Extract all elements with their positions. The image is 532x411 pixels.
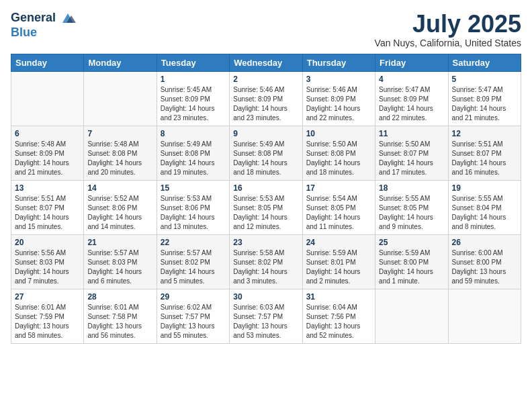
day-info: Sunrise: 5:54 AM Sunset: 8:05 PM Dayligh… xyxy=(306,194,371,232)
day-info: Sunrise: 5:47 AM Sunset: 8:09 PM Dayligh… xyxy=(452,85,517,123)
day-info: Sunrise: 5:57 AM Sunset: 8:02 PM Dayligh… xyxy=(161,248,226,286)
page-subtitle: Van Nuys, California, United States xyxy=(375,38,521,48)
day-info: Sunrise: 5:53 AM Sunset: 8:05 PM Dayligh… xyxy=(233,194,298,232)
day-number: 24 xyxy=(306,238,371,247)
day-number: 16 xyxy=(233,183,298,193)
logo-icon xyxy=(60,12,76,26)
day-number: 13 xyxy=(15,183,80,193)
day-info: Sunrise: 6:01 AM Sunset: 7:58 PM Dayligh… xyxy=(87,303,152,340)
day-info: Sunrise: 5:46 AM Sunset: 8:09 PM Dayligh… xyxy=(233,85,298,123)
page-header: General Blue July 2025 Van Nuys, Califor… xyxy=(11,11,521,48)
day-info: Sunrise: 6:03 AM Sunset: 7:57 PM Dayligh… xyxy=(233,303,298,340)
calendar-cell xyxy=(375,289,448,343)
calendar-cell: 21Sunrise: 5:57 AM Sunset: 8:03 PM Dayli… xyxy=(84,234,157,289)
day-number: 12 xyxy=(452,129,517,138)
day-info: Sunrise: 5:55 AM Sunset: 8:04 PM Dayligh… xyxy=(452,194,517,232)
day-number: 21 xyxy=(87,238,152,247)
calendar-week-3: 13Sunrise: 5:51 AM Sunset: 8:07 PM Dayli… xyxy=(11,180,521,234)
day-number: 31 xyxy=(306,292,371,302)
calendar-cell: 26Sunrise: 6:00 AM Sunset: 8:00 PM Dayli… xyxy=(448,234,521,289)
logo-text-blue: Blue xyxy=(11,26,37,40)
calendar-cell: 14Sunrise: 5:52 AM Sunset: 8:06 PM Dayli… xyxy=(84,180,157,234)
weekday-header-wednesday: Wednesday xyxy=(230,54,302,71)
day-number: 22 xyxy=(161,238,226,247)
day-info: Sunrise: 5:45 AM Sunset: 8:09 PM Dayligh… xyxy=(161,85,226,123)
day-info: Sunrise: 5:59 AM Sunset: 8:01 PM Dayligh… xyxy=(306,248,371,286)
day-number: 25 xyxy=(379,238,444,247)
day-number: 26 xyxy=(452,238,517,247)
day-info: Sunrise: 5:56 AM Sunset: 8:03 PM Dayligh… xyxy=(15,248,80,286)
day-info: Sunrise: 5:49 AM Sunset: 8:08 PM Dayligh… xyxy=(233,140,298,177)
page-title: July 2025 xyxy=(375,11,521,38)
calendar-cell: 28Sunrise: 6:01 AM Sunset: 7:58 PM Dayli… xyxy=(84,289,157,343)
weekday-header-sunday: Sunday xyxy=(11,54,84,71)
weekday-header-friday: Friday xyxy=(375,54,448,71)
day-number: 17 xyxy=(306,183,371,193)
day-info: Sunrise: 6:01 AM Sunset: 7:59 PM Dayligh… xyxy=(15,303,80,340)
day-info: Sunrise: 5:58 AM Sunset: 8:02 PM Dayligh… xyxy=(233,248,298,286)
calendar-cell xyxy=(11,71,84,126)
day-info: Sunrise: 5:51 AM Sunset: 8:07 PM Dayligh… xyxy=(452,140,517,177)
day-number: 5 xyxy=(452,75,517,84)
calendar-week-5: 27Sunrise: 6:01 AM Sunset: 7:59 PM Dayli… xyxy=(11,289,521,343)
day-number: 7 xyxy=(87,129,152,138)
calendar-header-row: SundayMondayTuesdayWednesdayThursdayFrid… xyxy=(11,54,521,71)
day-info: Sunrise: 5:52 AM Sunset: 8:06 PM Dayligh… xyxy=(87,194,152,232)
day-info: Sunrise: 6:00 AM Sunset: 8:00 PM Dayligh… xyxy=(452,248,517,286)
calendar-cell: 30Sunrise: 6:03 AM Sunset: 7:57 PM Dayli… xyxy=(230,289,302,343)
day-info: Sunrise: 5:47 AM Sunset: 8:09 PM Dayligh… xyxy=(379,85,444,123)
day-info: Sunrise: 6:02 AM Sunset: 7:57 PM Dayligh… xyxy=(161,303,226,340)
weekday-header-saturday: Saturday xyxy=(448,54,521,71)
calendar-cell: 1Sunrise: 5:45 AM Sunset: 8:09 PM Daylig… xyxy=(157,71,229,126)
calendar-table: SundayMondayTuesdayWednesdayThursdayFrid… xyxy=(11,54,521,344)
day-number: 3 xyxy=(306,75,371,84)
day-number: 4 xyxy=(379,75,444,84)
day-info: Sunrise: 5:50 AM Sunset: 8:08 PM Dayligh… xyxy=(306,140,371,177)
day-info: Sunrise: 5:48 AM Sunset: 8:09 PM Dayligh… xyxy=(15,140,80,177)
weekday-header-tuesday: Tuesday xyxy=(157,54,229,71)
calendar-cell: 10Sunrise: 5:50 AM Sunset: 8:08 PM Dayli… xyxy=(302,126,375,180)
calendar-cell: 19Sunrise: 5:55 AM Sunset: 8:04 PM Dayli… xyxy=(448,180,521,234)
calendar-cell: 4Sunrise: 5:47 AM Sunset: 8:09 PM Daylig… xyxy=(375,71,448,126)
calendar-cell: 29Sunrise: 6:02 AM Sunset: 7:57 PM Dayli… xyxy=(157,289,229,343)
title-block: July 2025 Van Nuys, California, United S… xyxy=(375,11,521,48)
calendar-week-1: 1Sunrise: 5:45 AM Sunset: 8:09 PM Daylig… xyxy=(11,71,521,126)
day-info: Sunrise: 5:57 AM Sunset: 8:03 PM Dayligh… xyxy=(87,248,152,286)
day-info: Sunrise: 5:53 AM Sunset: 8:06 PM Dayligh… xyxy=(161,194,226,232)
day-number: 18 xyxy=(379,183,444,193)
day-number: 8 xyxy=(161,129,226,138)
calendar-week-2: 6Sunrise: 5:48 AM Sunset: 8:09 PM Daylig… xyxy=(11,126,521,180)
logo: General Blue xyxy=(11,11,76,40)
day-number: 23 xyxy=(233,238,298,247)
calendar-cell: 6Sunrise: 5:48 AM Sunset: 8:09 PM Daylig… xyxy=(11,126,84,180)
day-number: 27 xyxy=(15,292,80,302)
day-number: 6 xyxy=(15,129,80,138)
day-number: 10 xyxy=(306,129,371,138)
calendar-week-4: 20Sunrise: 5:56 AM Sunset: 8:03 PM Dayli… xyxy=(11,234,521,289)
day-number: 19 xyxy=(452,183,517,193)
day-number: 11 xyxy=(379,129,444,138)
calendar-cell: 20Sunrise: 5:56 AM Sunset: 8:03 PM Dayli… xyxy=(11,234,84,289)
day-info: Sunrise: 5:48 AM Sunset: 8:08 PM Dayligh… xyxy=(87,140,152,177)
weekday-header-thursday: Thursday xyxy=(302,54,375,71)
day-info: Sunrise: 5:51 AM Sunset: 8:07 PM Dayligh… xyxy=(15,194,80,232)
calendar-cell: 11Sunrise: 5:50 AM Sunset: 8:07 PM Dayli… xyxy=(375,126,448,180)
calendar-cell: 22Sunrise: 5:57 AM Sunset: 8:02 PM Dayli… xyxy=(157,234,229,289)
day-info: Sunrise: 6:04 AM Sunset: 7:56 PM Dayligh… xyxy=(306,303,371,340)
calendar-cell: 2Sunrise: 5:46 AM Sunset: 8:09 PM Daylig… xyxy=(230,71,302,126)
calendar-cell: 15Sunrise: 5:53 AM Sunset: 8:06 PM Dayli… xyxy=(157,180,229,234)
calendar-cell: 18Sunrise: 5:55 AM Sunset: 8:05 PM Dayli… xyxy=(375,180,448,234)
calendar-cell: 13Sunrise: 5:51 AM Sunset: 8:07 PM Dayli… xyxy=(11,180,84,234)
day-number: 30 xyxy=(233,292,298,302)
calendar-cell: 16Sunrise: 5:53 AM Sunset: 8:05 PM Dayli… xyxy=(230,180,302,234)
day-info: Sunrise: 5:59 AM Sunset: 8:00 PM Dayligh… xyxy=(379,248,444,286)
calendar-cell: 23Sunrise: 5:58 AM Sunset: 8:02 PM Dayli… xyxy=(230,234,302,289)
calendar-cell: 17Sunrise: 5:54 AM Sunset: 8:05 PM Dayli… xyxy=(302,180,375,234)
calendar-cell: 27Sunrise: 6:01 AM Sunset: 7:59 PM Dayli… xyxy=(11,289,84,343)
day-info: Sunrise: 5:55 AM Sunset: 8:05 PM Dayligh… xyxy=(379,194,444,232)
calendar-cell: 8Sunrise: 5:49 AM Sunset: 8:08 PM Daylig… xyxy=(157,126,229,180)
day-number: 14 xyxy=(87,183,152,193)
calendar-cell xyxy=(84,71,157,126)
day-number: 29 xyxy=(161,292,226,302)
day-info: Sunrise: 5:50 AM Sunset: 8:07 PM Dayligh… xyxy=(379,140,444,177)
